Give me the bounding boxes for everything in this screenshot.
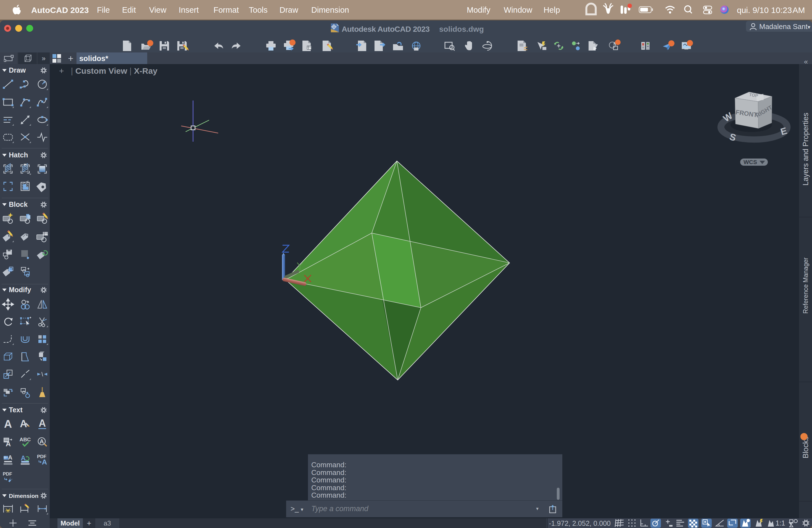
svg-text:WCS: WCS [743,159,757,165]
svg-text:Hatch: Hatch [9,151,28,159]
svg-text:A: A [40,438,44,445]
svg-text:Block: Block [9,201,28,208]
svg-text:1:1: 1:1 [775,519,785,527]
svg-text:Text: Text [9,406,23,414]
svg-text:A: A [39,417,46,429]
svg-text:ABC: ABC [19,437,31,442]
svg-text:Dimension: Dimension [9,493,39,499]
svg-text:Modify: Modify [9,286,31,294]
svg-text:Draw: Draw [9,66,26,74]
svg-text:A: A [4,418,12,430]
svg-text:A: A [21,454,25,462]
svg-text:A: A [8,454,12,461]
svg-text:A: A [6,440,11,448]
svg-text:A: A [42,458,47,466]
svg-text:PDF: PDF [3,471,12,476]
